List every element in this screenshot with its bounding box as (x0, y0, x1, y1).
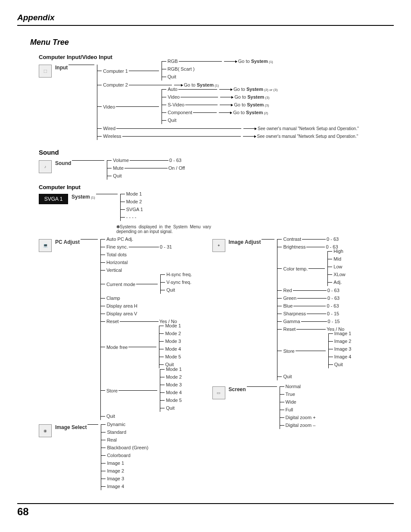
screen-icon: ▭ (212, 386, 225, 399)
st-5: Mode 5 (166, 398, 182, 403)
video: Video (103, 104, 115, 109)
system-tree: SVGA 1 System (1) Mode 1 Mode 2 SVGA 1 -… (17, 194, 394, 234)
computer-input-heading: Computer Input (39, 184, 394, 190)
cm-vsync: V-sync freq. (166, 280, 191, 285)
computer1: Computer 1 (103, 68, 128, 74)
wired: Wired (103, 126, 115, 131)
volume: Volume (113, 158, 129, 163)
st-1: Mode 1 (166, 367, 182, 372)
imageselect-tree: ◉ Image Select Dynamic Standard Real Bla… (17, 424, 208, 490)
mf-2: Mode 2 (165, 331, 181, 336)
v-svideo: S-Video (168, 102, 184, 107)
st-4: Mode 4 (166, 390, 182, 395)
v-component: Component (168, 110, 192, 115)
ct-xlow: XLow (333, 272, 346, 277)
mf-4: Mode 4 (165, 346, 181, 352)
v-quit: Quit (168, 118, 176, 123)
sound-icon: ♪ (39, 160, 52, 173)
pcadjust-root: PC Adjust (55, 239, 80, 245)
ct-adj: Adj. (333, 280, 342, 285)
st-2: Mode 2 (166, 374, 182, 380)
is-3: Blackboard (Green) (107, 445, 148, 450)
is-0: Dynamic (107, 422, 125, 427)
pc-finesync: Fine sync. (106, 244, 128, 249)
mute-range: On / Off (168, 165, 185, 171)
sound-quit: Quit (113, 173, 121, 178)
cm-quit: Quit (166, 287, 175, 292)
mf-5: Mode 5 (165, 354, 181, 359)
pc-store: Store (106, 388, 118, 393)
imageadjust-root: Image Adjust (229, 239, 261, 245)
v-svideo-goto: Go to System (3) (234, 102, 269, 107)
ia-green-r: 0 - 63 (327, 296, 339, 301)
st-3: Mode 3 (166, 382, 182, 387)
pc-horizontal: Horizontal (106, 260, 128, 265)
ia-blue-r: 0 - 63 (327, 303, 339, 308)
is-4: Colorboard (107, 453, 130, 458)
sound-heading: Sound (39, 149, 394, 156)
ia-brightness: Brightness (283, 244, 305, 249)
imageadjust-tree: ✦ Image Adjust Contrast0 - 63 Brightness… (212, 239, 394, 380)
mf-1: Mode 1 (165, 323, 181, 328)
v-video-goto: Go to System (3) (234, 94, 269, 100)
sys-svga1: SVGA 1 (126, 207, 143, 212)
imageselect-icon: ◉ (39, 424, 52, 437)
sc-4: Digital zoom + (286, 415, 316, 420)
footer-rule (17, 503, 394, 504)
v-component-goto: Go to System (2) (233, 110, 268, 115)
system-icon: SVGA 1 (39, 194, 68, 204)
imageadjust-icon: ✦ (212, 239, 225, 252)
st-q: Quit (166, 405, 174, 411)
ia-quit: Quit (283, 374, 292, 379)
ia-colortemp: Color temp. (283, 266, 308, 271)
ias-1: Image 1 (334, 331, 352, 336)
ia-gamma-r: 0 - 15 (328, 319, 340, 324)
ia-contrast-r: 0 - 63 (327, 236, 339, 242)
wireless: Wireless (103, 134, 121, 139)
computer2: Computer 2 (103, 82, 128, 87)
section-title: Menu Tree (30, 38, 394, 47)
volume-range: 0 - 63 (169, 158, 181, 163)
ias-4: Image 4 (334, 354, 352, 359)
pc-modefree: Mode free (106, 345, 128, 350)
pc-finesync-r: 0 - 31 (160, 244, 172, 249)
ia-red-r: 0 - 63 (327, 288, 339, 293)
sys-mode2: Mode 2 (126, 199, 142, 204)
v-auto: Auto (168, 87, 177, 92)
mf-3: Mode 3 (165, 339, 181, 344)
pc-quit: Quit (106, 414, 115, 419)
ia-red: Red (283, 288, 292, 293)
is-1: Standard (107, 429, 126, 435)
input-icon: ⬚ (39, 65, 52, 78)
pc-dav: Display area V (106, 311, 137, 316)
pc-clamp: Clamp (106, 296, 120, 301)
imageselect-root: Image Select (55, 424, 87, 430)
c1-rgb: RGB (168, 59, 178, 64)
ct-low: Low (333, 264, 342, 269)
sc-2: Wide (286, 399, 296, 404)
header-title: Appendix (17, 13, 394, 22)
is-7: Image 3 (107, 476, 124, 481)
is-8: Image 4 (107, 484, 124, 489)
is-2: Real (107, 437, 117, 442)
pc-currentmode: Current mode (106, 282, 135, 287)
v-video: Video (168, 94, 180, 100)
system-root: System (1) (72, 194, 95, 200)
pc-autopc: Auto PC Adj. (106, 236, 133, 242)
pc-dah: Display area H (106, 303, 137, 308)
ias-2: Image 2 (334, 339, 352, 344)
ia-contrast: Contrast (283, 236, 301, 242)
pcadjust-icon: 💻 (39, 239, 52, 252)
ia-gamma: Gamma (283, 319, 300, 324)
pcadjust-tree: 💻 PC Adjust Auto PC Adj. Fine sync.0 - 3… (17, 239, 208, 420)
ia-sharpness-r: 0 - 15 (327, 311, 339, 316)
input-root: Input (55, 65, 68, 71)
ia-reset: Reset (283, 327, 296, 332)
ct-high: High (333, 249, 343, 254)
sound-tree: ♪ Sound Volume0 - 63 MuteOn / Off Quit (17, 160, 394, 180)
ia-blue: Blue (283, 303, 293, 308)
sys-mode1: Mode 1 (126, 191, 142, 196)
c1-rgbscart: RGB( Scart ) (168, 66, 195, 72)
cm-hsync: H-sync freq. (166, 272, 192, 277)
screen-root: Screen (229, 386, 246, 392)
